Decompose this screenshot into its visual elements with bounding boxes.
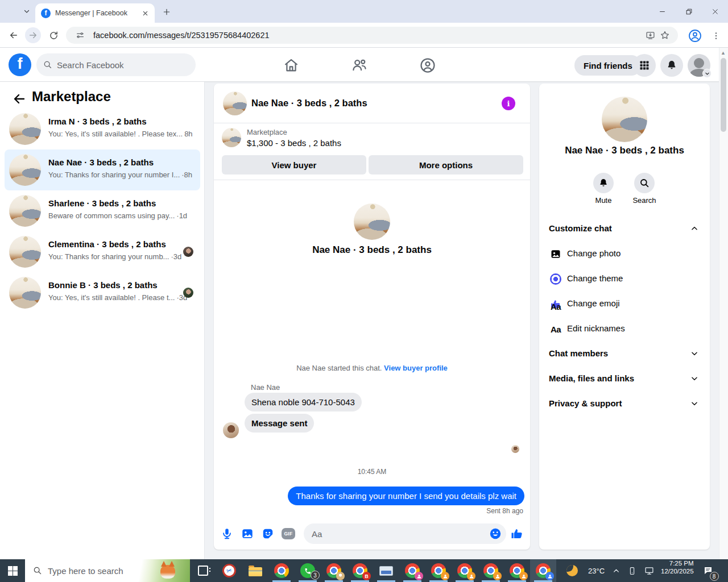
tray-expand-icon[interactable] xyxy=(613,567,620,575)
reload-button[interactable] xyxy=(46,27,61,43)
action-center-button[interactable]: 8 xyxy=(698,559,718,582)
whatsapp-button[interactable]: 3 xyxy=(295,559,321,582)
chrome-profile-button[interactable] xyxy=(452,559,478,582)
chat-header[interactable]: Nae Nae · 3 beds , 2 baths i xyxy=(214,84,530,123)
search-in-chat-button[interactable] xyxy=(634,173,655,193)
customize-chat-section[interactable]: Customize chat xyxy=(549,223,612,233)
chevron-down-icon[interactable] xyxy=(689,348,700,359)
conversation-sharlene[interactable]: Sharlene · 3 beds , 2 baths Beware of co… xyxy=(5,190,200,231)
weather-button[interactable] xyxy=(561,559,584,582)
url-text[interactable]: facebook.com/messages/t/2531957568440262… xyxy=(93,31,643,40)
facebook-logo[interactable]: f xyxy=(9,53,31,76)
communities-icon[interactable] xyxy=(419,56,437,74)
facebook-search-input[interactable] xyxy=(57,60,182,70)
chrome-profile-button[interactable] xyxy=(478,559,504,582)
window-minimize-button[interactable] xyxy=(653,5,671,18)
facebook-search[interactable] xyxy=(36,53,196,76)
site-settings-icon[interactable] xyxy=(73,28,88,43)
mute-button[interactable] xyxy=(593,173,614,193)
conversation-clementina[interactable]: Clementina · 3 beds , 2 baths You: Thank… xyxy=(5,231,200,272)
emoji-icon[interactable] xyxy=(489,527,502,540)
chevron-down-icon[interactable] xyxy=(689,373,700,384)
apps-menu-button[interactable] xyxy=(633,54,656,77)
outgoing-message[interactable]: Thanks for sharing your number I send yo… xyxy=(288,487,524,505)
view-buyer-button[interactable]: View buyer xyxy=(222,155,366,174)
media-files-links-section[interactable]: Media, files and links xyxy=(549,373,634,383)
conversation-bonnie[interactable]: Bonnie B · 3 beds , 2 baths You: Yes, it… xyxy=(5,272,200,313)
chrome-profile-button-active[interactable] xyxy=(530,559,556,582)
moon-icon xyxy=(566,565,578,576)
install-app-icon[interactable] xyxy=(643,28,657,43)
view-buyer-profile-link[interactable]: View buyer profile xyxy=(384,364,448,372)
notification-badge: 8 xyxy=(710,572,719,581)
chat-members-section[interactable]: Chat members xyxy=(549,348,608,358)
account-menu-button[interactable] xyxy=(688,54,710,77)
voice-clip-icon[interactable] xyxy=(220,526,234,541)
your-phone-icon[interactable] xyxy=(628,567,636,575)
taskbar-search-input[interactable] xyxy=(48,566,139,576)
browser-tab[interactable]: f Messenger | Facebook xyxy=(35,3,155,23)
scrollbar-thumb[interactable] xyxy=(721,58,726,132)
find-friends-button[interactable]: Find friends xyxy=(574,55,642,76)
snipping-tool-icon: ✂ xyxy=(221,562,237,579)
sticker-icon[interactable] xyxy=(260,526,275,541)
clock-date: 12/20/2025 xyxy=(661,567,694,575)
gif-icon[interactable]: GIF xyxy=(281,526,296,541)
chrome-profile-button[interactable] xyxy=(399,559,425,582)
privacy-support-section[interactable]: Privacy & support xyxy=(549,398,622,408)
incoming-message[interactable]: Shena noble 904-710-5043 xyxy=(245,393,362,411)
bookmark-star-icon[interactable] xyxy=(657,28,672,43)
change-theme-option[interactable]: Change theme xyxy=(567,273,623,283)
chevron-down-icon[interactable] xyxy=(689,398,700,409)
more-options-button[interactable]: More options xyxy=(369,155,523,174)
back-arrow-icon[interactable] xyxy=(13,92,26,106)
details-name: Nae Nae · 3 beds , 2 baths xyxy=(539,145,710,156)
on-screen-keyboard-button[interactable] xyxy=(373,559,399,582)
like-icon[interactable] xyxy=(510,526,524,541)
chrome-profile-button[interactable] xyxy=(321,559,347,582)
listing-thumbnail xyxy=(222,128,241,147)
scrollbar-up-arrow-icon[interactable]: ▲ xyxy=(721,50,726,56)
snipping-tool-button[interactable]: ✂ xyxy=(216,559,242,582)
browser-menu-icon[interactable] xyxy=(708,28,724,44)
chrome-profile-button[interactable]: B xyxy=(347,559,373,582)
new-tab-button[interactable] xyxy=(160,6,173,18)
chrome-profile-button[interactable] xyxy=(425,559,452,582)
change-photo-option[interactable]: Change photo xyxy=(567,248,621,258)
listing-avatar xyxy=(9,236,41,268)
friends-icon[interactable] xyxy=(350,56,369,74)
start-button[interactable] xyxy=(0,559,25,582)
conversation-preview: You: Yes, it's still available! . Please… xyxy=(48,130,193,138)
chevron-up-icon[interactable] xyxy=(689,223,700,234)
taskbar-search[interactable] xyxy=(25,559,190,582)
conversation-info-icon[interactable]: i xyxy=(502,97,515,110)
address-bar[interactable]: facebook.com/messages/t/2531957568440262… xyxy=(66,27,678,44)
window-restore-button[interactable] xyxy=(680,5,697,18)
temperature-label[interactable]: 23°C xyxy=(588,567,605,575)
windows-taskbar: ✂ 3 B 23°C xyxy=(0,559,728,582)
sent-status: Sent 8h ago xyxy=(486,507,523,515)
conversation-nae-nae[interactable]: Nae Nae · 3 beds , 2 baths You: Thanks f… xyxy=(5,149,200,190)
notifications-button[interactable] xyxy=(660,54,683,77)
back-button[interactable] xyxy=(6,27,22,43)
chrome-profile-button[interactable] xyxy=(504,559,530,582)
incoming-message[interactable]: Message sent xyxy=(245,414,314,433)
task-view-button[interactable] xyxy=(190,559,216,582)
bell-icon xyxy=(666,60,677,71)
window-close-button[interactable] xyxy=(706,5,723,18)
conversation-irma[interactable]: Irma N · 3 beds , 2 baths You: Yes, it's… xyxy=(5,109,200,149)
browser-profile-icon[interactable] xyxy=(687,28,703,44)
forward-button[interactable] xyxy=(25,27,41,43)
chrome-button[interactable] xyxy=(268,559,295,582)
edit-nicknames-option[interactable]: Edit nicknames xyxy=(567,323,625,333)
network-icon[interactable] xyxy=(644,566,654,576)
message-input-pill[interactable] xyxy=(304,523,506,544)
attach-photo-icon[interactable] xyxy=(240,526,255,541)
tab-search-chevron-icon[interactable] xyxy=(20,6,33,17)
file-explorer-button[interactable] xyxy=(242,559,268,582)
message-input[interactable] xyxy=(312,529,489,539)
change-emoji-option[interactable]: Change emoji xyxy=(567,298,620,308)
home-icon[interactable] xyxy=(282,56,300,74)
tab-close-icon[interactable] xyxy=(140,8,150,18)
taskbar-clock[interactable]: 7:25 PM 12/20/2025 xyxy=(661,559,694,582)
